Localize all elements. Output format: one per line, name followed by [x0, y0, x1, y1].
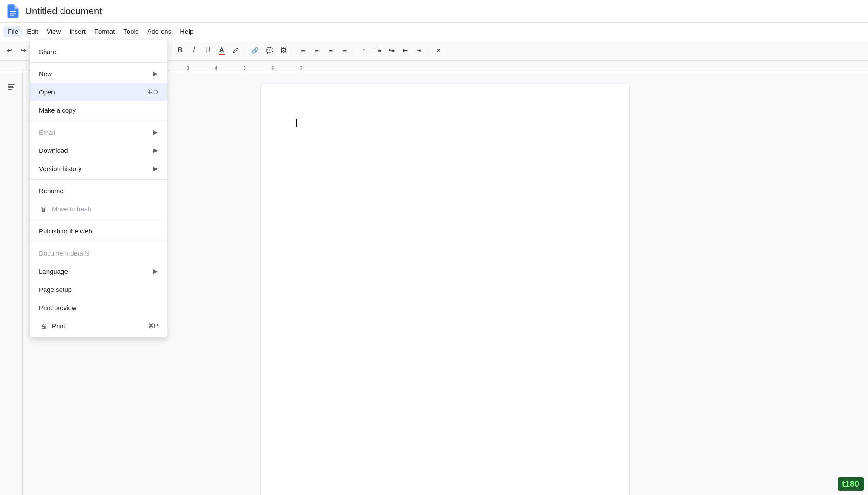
align-right-button[interactable]: ≡ [325, 44, 337, 57]
ruler-mark: 7 [300, 66, 302, 71]
svg-rect-3 [8, 84, 15, 85]
open-label: Open [39, 88, 55, 96]
move-to-trash-label: Move to trash [52, 205, 91, 213]
make-copy-label: Make a copy [39, 107, 76, 114]
publish-label: Publish to the web [39, 227, 92, 235]
menu-item-insert[interactable]: Insert [65, 26, 90, 37]
version-history-label: Version history [39, 165, 81, 172]
svg-rect-1 [10, 13, 16, 13]
rename-label: Rename [39, 187, 64, 194]
font-color-bar [219, 54, 225, 55]
menu-open[interactable]: Open ⌘O [30, 83, 167, 101]
page-setup-label: Page setup [39, 286, 72, 293]
menu-download[interactable]: Download ▶ [30, 141, 167, 159]
left-sidebar [0, 71, 23, 495]
menu-version-history[interactable]: Version history ▶ [30, 159, 167, 178]
menu-item-format[interactable]: Format [90, 26, 119, 37]
menu-rename[interactable]: Rename [30, 181, 167, 200]
svg-rect-2 [10, 14, 14, 15]
redo-button[interactable]: ↪ [17, 44, 29, 57]
toolbar-divider-5 [245, 45, 245, 55]
language-arrow: ▶ [153, 268, 158, 275]
download-arrow: ▶ [153, 147, 158, 154]
menu-item-tools[interactable]: Tools [119, 26, 143, 37]
align-center-button[interactable]: ≡ [311, 44, 323, 57]
doc-page[interactable] [261, 84, 629, 495]
link-button[interactable]: 🔗 [249, 44, 261, 57]
bullet-list-button[interactable]: •≡ [386, 44, 398, 57]
svg-rect-4 [8, 86, 13, 87]
outline-icon[interactable] [4, 80, 18, 94]
download-label: Download [39, 147, 68, 154]
ruler-mark: 4 [215, 66, 218, 71]
document-details-label: Document details [39, 249, 89, 257]
image-button[interactable]: 🖼 [277, 44, 289, 57]
divider-after-trash [30, 220, 167, 220]
menu-page-setup[interactable]: Page setup [30, 280, 167, 298]
share-label: Share [39, 48, 56, 55]
align-justify-button[interactable]: ≡ [338, 44, 350, 57]
indent-increase-button[interactable]: ⇥ [413, 44, 425, 57]
doc-title: Untitled document [25, 6, 102, 17]
trash-icon: 🗑 [39, 205, 48, 213]
font-color-button[interactable]: A [215, 44, 228, 57]
menu-item-help[interactable]: Help [176, 26, 198, 37]
menu-print[interactable]: 🖨 Print ⌘P [30, 317, 167, 335]
highlight-button[interactable]: 🖊 [229, 44, 241, 57]
doc-icon [5, 3, 21, 19]
bold-button[interactable]: B [174, 44, 186, 57]
svg-rect-5 [8, 87, 14, 88]
comment-button[interactable]: 💬 [263, 44, 276, 57]
clear-format-button[interactable]: ✕ [433, 44, 445, 57]
text-cursor [296, 119, 297, 127]
toolbar-divider-4 [170, 45, 170, 55]
menu-item-file[interactable]: File [3, 26, 23, 37]
open-shortcut: ⌘O [147, 88, 158, 95]
menu-new[interactable]: New ▶ [30, 65, 167, 83]
indent-decrease-button[interactable]: ⇤ [399, 44, 411, 57]
menu-language[interactable]: Language ▶ [30, 262, 167, 280]
t180-badge: t180 [838, 477, 864, 491]
toolbar-divider-8 [429, 45, 429, 55]
print-shortcut: ⌘P [148, 322, 158, 329]
print-icon: 🖨 [39, 322, 48, 330]
divider-after-share [30, 62, 167, 63]
align-left-button[interactable]: ≡ [297, 44, 309, 57]
svg-rect-0 [10, 11, 16, 12]
email-label: Email [39, 129, 55, 136]
menu-item-addons[interactable]: Add-ons [143, 26, 176, 37]
toolbar-divider-6 [293, 45, 293, 55]
undo-button[interactable]: ↩ [3, 44, 16, 57]
line-spacing-button[interactable]: ↕ [358, 44, 370, 57]
menu-item-view[interactable]: View [42, 26, 65, 37]
font-color-a: A [219, 46, 224, 54]
new-label: New [39, 70, 52, 78]
menu-publish[interactable]: Publish to the web [30, 222, 167, 240]
divider-after-history [30, 179, 167, 180]
ruler-mark: 3 [186, 66, 189, 71]
menu-bar: File Edit View Insert Format Tools Add-o… [0, 23, 868, 40]
menu-email: Email ▶ [30, 123, 167, 141]
divider-after-copy [30, 121, 167, 121]
numbered-list-button[interactable]: 1≡ [372, 44, 384, 57]
italic-button[interactable]: I [188, 44, 200, 57]
menu-print-preview[interactable]: Print preview [30, 298, 167, 317]
underline-button[interactable]: U [202, 44, 214, 57]
menu-move-to-trash: 🗑 Move to trash [30, 200, 167, 218]
new-arrow: ▶ [153, 70, 158, 77]
menu-document-details: Document details [30, 244, 167, 262]
print-preview-label: Print preview [39, 304, 77, 311]
toolbar-divider-7 [354, 45, 354, 55]
file-dropdown: Share New ▶ Open ⌘O Make a copy Email ▶ … [30, 40, 167, 337]
menu-make-copy[interactable]: Make a copy [30, 101, 167, 119]
menu-share[interactable]: Share [30, 42, 167, 61]
ruler-mark: 5 [243, 66, 246, 71]
language-label: Language [39, 268, 68, 275]
version-history-arrow: ▶ [153, 165, 158, 172]
print-label: Print [52, 322, 65, 330]
email-arrow: ▶ [153, 129, 158, 136]
divider-after-publish [30, 242, 167, 242]
ruler-mark: 6 [272, 66, 274, 71]
title-bar: Untitled document [0, 0, 868, 23]
menu-item-edit[interactable]: Edit [23, 26, 42, 37]
